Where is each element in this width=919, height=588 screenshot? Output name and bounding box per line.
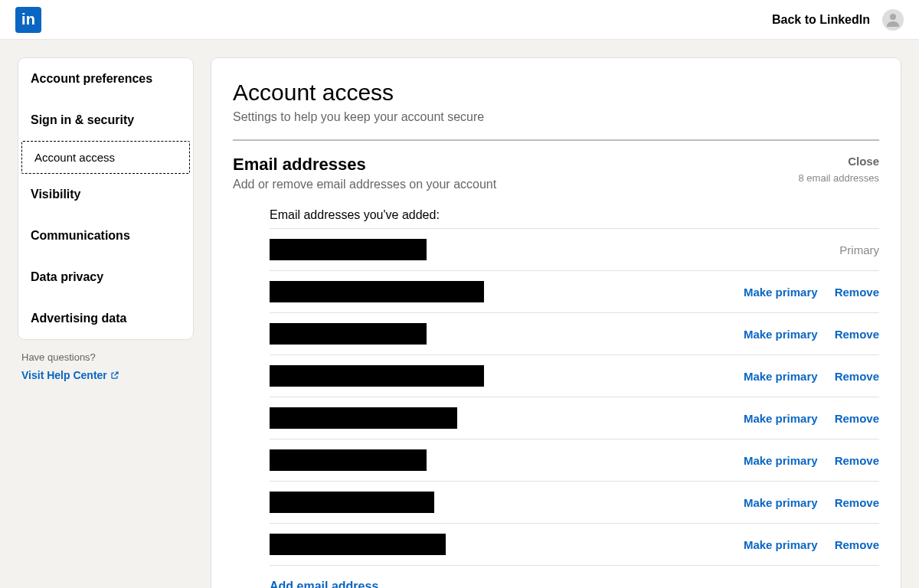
- sidebar-item-visibility[interactable]: Visibility: [18, 174, 193, 215]
- email-row: Make primaryRemove: [270, 397, 879, 439]
- help-center-label: Visit Help Center: [21, 369, 107, 381]
- avatar[interactable]: [882, 9, 904, 31]
- linkedin-logo[interactable]: in: [15, 7, 41, 33]
- email-row: Make primaryRemove: [270, 312, 879, 354]
- remove-button[interactable]: Remove: [835, 538, 879, 551]
- email-redacted: [270, 407, 457, 429]
- sidebar-item-data-privacy[interactable]: Data privacy: [18, 256, 193, 298]
- remove-button[interactable]: Remove: [835, 370, 879, 383]
- sidebar-item-sign-in-security[interactable]: Sign in & security: [18, 100, 193, 141]
- make-primary-button[interactable]: Make primary: [744, 412, 818, 425]
- sidebar-item-account-access[interactable]: Account access: [21, 141, 190, 174]
- main-panel: Account access Settings to help you keep…: [211, 58, 901, 588]
- external-link-icon: [110, 371, 119, 380]
- email-redacted: [270, 492, 434, 513]
- help-question: Have questions?: [21, 351, 190, 363]
- email-row: Make primaryRemove: [270, 354, 879, 397]
- back-to-linkedin-link[interactable]: Back to LinkedIn: [772, 13, 870, 27]
- sidebar-item-account-preferences[interactable]: Account preferences: [18, 58, 193, 100]
- make-primary-button[interactable]: Make primary: [744, 454, 818, 467]
- make-primary-button[interactable]: Make primary: [744, 538, 818, 551]
- svg-point-0: [890, 14, 896, 20]
- email-row: Make primaryRemove: [270, 523, 879, 565]
- sidebar-item-advertising-data[interactable]: Advertising data: [18, 298, 193, 339]
- email-row: Make primaryRemove: [270, 439, 879, 481]
- close-button[interactable]: Close: [799, 155, 880, 168]
- help-center-link[interactable]: Visit Help Center: [21, 369, 119, 381]
- make-primary-button[interactable]: Make primary: [744, 370, 818, 383]
- email-redacted: [270, 281, 484, 302]
- email-row: Make primaryRemove: [270, 481, 879, 523]
- make-primary-button[interactable]: Make primary: [744, 286, 818, 299]
- email-row: Make primaryRemove: [270, 270, 879, 312]
- remove-button[interactable]: Remove: [835, 454, 879, 467]
- section-title: Email addresses: [233, 155, 496, 175]
- email-redacted: [270, 323, 427, 345]
- remove-button[interactable]: Remove: [835, 286, 879, 299]
- emails-list-header: Email addresses you've added:: [270, 208, 879, 222]
- make-primary-button[interactable]: Make primary: [744, 496, 818, 509]
- sidebar-item-communications[interactable]: Communications: [18, 215, 193, 256]
- section-subtitle: Add or remove email addresses on your ac…: [233, 178, 496, 191]
- settings-sidebar: Account preferences Sign in & security A…: [18, 58, 193, 339]
- email-row: Primary: [270, 228, 879, 270]
- topbar: in Back to LinkedIn: [0, 0, 919, 40]
- divider: [233, 139, 879, 141]
- email-count-label: 8 email addresses: [799, 172, 880, 184]
- email-redacted: [270, 534, 446, 555]
- page-subtitle: Settings to help you keep your account s…: [233, 110, 879, 124]
- primary-badge: Primary: [839, 243, 879, 256]
- remove-button[interactable]: Remove: [835, 496, 879, 509]
- email-redacted: [270, 239, 427, 260]
- add-email-button[interactable]: Add email address: [270, 580, 378, 588]
- email-redacted: [270, 449, 427, 471]
- make-primary-button[interactable]: Make primary: [744, 328, 818, 341]
- remove-button[interactable]: Remove: [835, 328, 879, 341]
- remove-button[interactable]: Remove: [835, 412, 879, 425]
- page-title: Account access: [233, 80, 879, 106]
- email-redacted: [270, 365, 484, 387]
